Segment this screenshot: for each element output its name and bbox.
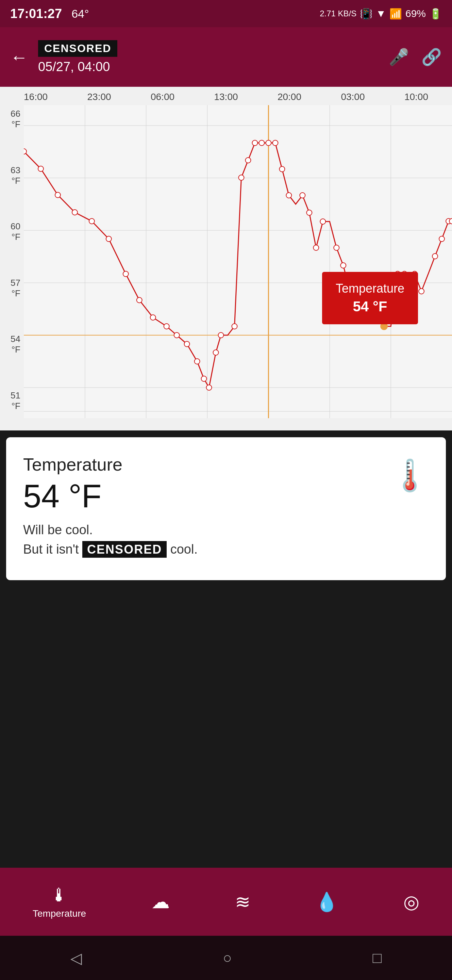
desc-line2-suffix: cool. — [167, 542, 198, 556]
data-speed: 2.71 KB/S — [320, 9, 357, 18]
info-card-left: Temperature 54 °F Will be cool. But it i… — [23, 454, 391, 559]
time-label-6: 10:00 — [404, 92, 428, 102]
time-label-0: 16:00 — [24, 92, 48, 102]
y-axis: 66 °F 63 °F 60 °F 57 °F 54 °F 51 °F — [0, 105, 24, 418]
svg-point-39 — [273, 140, 278, 146]
nav-temperature-label: Temperature — [33, 908, 86, 919]
system-home-button[interactable]: ○ — [223, 950, 232, 966]
nav-speed-icon: ◎ — [403, 891, 419, 913]
nav-item-temperature[interactable]: 🌡 Temperature — [33, 885, 86, 919]
time-label-5: 03:00 — [341, 92, 365, 102]
info-card-value: 54 °F — [23, 477, 391, 515]
svg-point-19 — [72, 210, 78, 215]
time-label-4: 20:00 — [278, 92, 301, 102]
y-label-60: 60 °F — [0, 221, 24, 242]
svg-point-24 — [150, 315, 156, 320]
svg-point-33 — [232, 324, 237, 329]
back-button[interactable]: ← — [10, 47, 28, 67]
svg-point-40 — [279, 166, 285, 172]
svg-point-25 — [164, 324, 170, 329]
svg-point-21 — [106, 236, 111, 242]
chart-graph[interactable]: 66 °F 63 °F 60 °F 57 °F 54 °F 51 °F — [0, 105, 452, 418]
system-navigation: ◁ ○ □ — [0, 936, 452, 980]
chart-container: 16:00 23:00 06:00 13:00 20:00 03:00 10:0… — [0, 87, 452, 430]
time-axis: 16:00 23:00 06:00 13:00 20:00 03:00 10:0… — [0, 87, 452, 105]
share-icon[interactable]: 🔗 — [421, 48, 442, 67]
nav-humidity-icon: 💧 — [315, 891, 338, 913]
nav-cloud-icon: ☁ — [151, 891, 170, 913]
y-label-63: 63 °F — [0, 165, 24, 186]
info-card-description: Will be cool. But it isn't CENSORED cool… — [23, 520, 391, 559]
system-back-button[interactable]: ◁ — [70, 950, 82, 967]
desc-line1: Will be cool. — [23, 523, 93, 537]
svg-point-26 — [174, 332, 179, 338]
svg-point-31 — [213, 350, 219, 355]
chart-tooltip: Temperature 54 °F — [322, 272, 418, 324]
svg-point-46 — [334, 245, 339, 250]
svg-point-61 — [449, 218, 452, 224]
nav-wind-icon: ≋ — [235, 891, 250, 913]
battery-percent: 69% — [405, 8, 426, 19]
status-right-icons: 2.71 KB/S 📳 ▼ 📶 69% 🔋 — [320, 8, 442, 20]
signal-icon: 📶 — [389, 8, 402, 20]
app-header: ← CENSORED 05/27, 04:00 🎤 🔗 — [0, 27, 452, 87]
tooltip-value: 54 °F — [336, 298, 404, 315]
svg-point-17 — [38, 166, 44, 172]
censored-word: CENSORED — [82, 541, 167, 558]
nav-temperature-icon: 🌡 — [50, 885, 68, 905]
svg-point-38 — [266, 140, 271, 146]
svg-point-20 — [89, 218, 95, 224]
svg-point-59 — [439, 236, 444, 242]
svg-point-30 — [206, 385, 212, 390]
info-card: Temperature 54 °F Will be cool. But it i… — [6, 437, 446, 580]
y-label-66: 66 °F — [0, 108, 24, 130]
nav-item-speed[interactable]: ◎ — [403, 891, 419, 913]
censored-badge: CENSORED — [38, 40, 117, 57]
svg-point-27 — [184, 341, 190, 347]
y-label-54: 54 °F — [0, 334, 24, 355]
svg-point-18 — [55, 192, 60, 198]
battery-icon: 🔋 — [429, 8, 442, 20]
wifi-icon: ▼ — [376, 8, 386, 19]
header-actions: 🎤 🔗 — [389, 48, 442, 67]
svg-point-22 — [123, 271, 128, 277]
header-date: 05/27, 04:00 — [38, 60, 110, 74]
svg-point-44 — [313, 245, 319, 250]
chart-svg-area — [24, 105, 452, 418]
nav-item-humidity[interactable]: 💧 — [315, 891, 338, 913]
svg-point-32 — [218, 332, 224, 338]
time-label-2: 06:00 — [151, 92, 174, 102]
svg-point-42 — [300, 192, 305, 198]
svg-point-36 — [252, 140, 257, 146]
svg-point-45 — [320, 219, 325, 224]
nav-item-wind[interactable]: ≋ — [235, 891, 250, 913]
tooltip-title: Temperature — [336, 282, 404, 296]
bottom-navigation: 🌡 Temperature ☁ ≋ 💧 ◎ — [0, 868, 452, 936]
desc-line2-prefix: But it isn't — [23, 542, 82, 556]
svg-point-37 — [259, 140, 264, 146]
svg-point-41 — [286, 192, 292, 198]
y-label-51: 51 °F — [0, 390, 24, 411]
status-time: 17:01:27 — [10, 6, 62, 21]
svg-point-23 — [137, 298, 142, 303]
thermometer-icon: 🌡️ — [391, 458, 429, 493]
svg-point-28 — [195, 359, 200, 364]
system-recent-button[interactable]: □ — [373, 950, 382, 966]
time-label-1: 23:00 — [87, 92, 111, 102]
svg-point-43 — [306, 210, 312, 215]
svg-point-47 — [341, 263, 346, 268]
svg-point-57 — [419, 288, 424, 294]
svg-point-34 — [238, 175, 244, 180]
vibrate-icon: 📳 — [360, 8, 373, 20]
nav-item-cloud[interactable]: ☁ — [151, 891, 170, 913]
status-temp-display: 64° — [71, 7, 89, 21]
temperature-chart-svg — [24, 105, 452, 418]
header-center: CENSORED 05/27, 04:00 — [38, 40, 389, 74]
status-bar: 17:01:27 64° 2.71 KB/S 📳 ▼ 📶 69% 🔋 — [0, 0, 452, 27]
microphone-icon[interactable]: 🎤 — [389, 48, 409, 67]
svg-point-35 — [245, 158, 251, 163]
time-label-3: 13:00 — [214, 92, 238, 102]
info-card-label: Temperature — [23, 454, 391, 475]
y-label-57: 57 °F — [0, 278, 24, 299]
svg-point-58 — [432, 253, 438, 259]
